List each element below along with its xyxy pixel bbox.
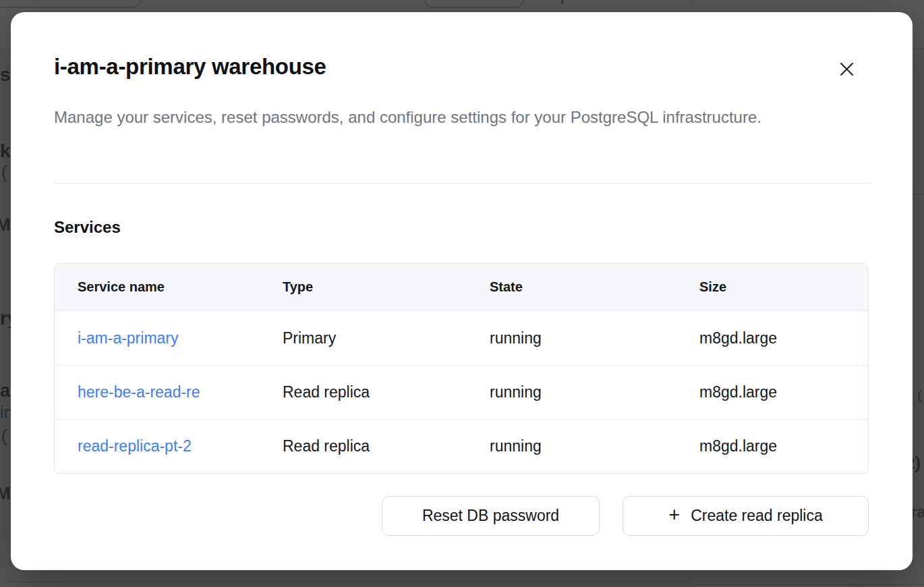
services-heading: Services xyxy=(54,218,121,237)
modal-description: Manage your services, reset passwords, a… xyxy=(54,103,830,132)
plus-icon: + xyxy=(668,505,680,525)
column-header-service-name: Service name xyxy=(55,279,260,295)
close-icon xyxy=(839,61,855,77)
service-state: running xyxy=(467,437,676,455)
column-header-state: State xyxy=(467,279,676,295)
create-read-replica-label: Create read replica xyxy=(691,507,823,525)
table-row: i-am-a-primary Primary running m8gd.larg… xyxy=(55,311,868,365)
column-header-size: Size xyxy=(676,279,868,295)
service-state: running xyxy=(467,329,676,347)
service-size: m8gd.large xyxy=(676,383,868,401)
service-type: Primary xyxy=(260,329,467,347)
service-link[interactable]: here-be-a-read-re xyxy=(78,383,260,401)
section-divider xyxy=(54,183,870,184)
column-header-type: Type xyxy=(260,279,467,295)
warehouse-modal: i-am-a-primary warehouse Manage your ser… xyxy=(11,12,913,570)
create-read-replica-button[interactable]: + Create read replica xyxy=(623,496,869,536)
modal-footer-actions: Reset DB password + Create read replica xyxy=(382,496,869,536)
services-table: Service name Type State Size i-am-a-prim… xyxy=(54,263,869,474)
service-state: running xyxy=(467,383,676,401)
close-button[interactable] xyxy=(833,55,860,82)
service-size: m8gd.large xyxy=(676,329,868,347)
table-row: read-replica-pt-2 Read replica running m… xyxy=(55,419,868,473)
modal-title: i-am-a-primary warehouse xyxy=(54,54,326,80)
service-type: Read replica xyxy=(260,437,467,455)
service-type: Read replica xyxy=(260,383,467,401)
table-header-row: Service name Type State Size xyxy=(55,264,868,311)
table-row: here-be-a-read-re Read replica running m… xyxy=(55,365,868,419)
reset-db-password-button[interactable]: Reset DB password xyxy=(382,496,600,536)
service-link[interactable]: read-replica-pt-2 xyxy=(78,437,260,455)
service-size: m8gd.large xyxy=(676,437,868,455)
service-link[interactable]: i-am-a-primary xyxy=(78,329,260,347)
